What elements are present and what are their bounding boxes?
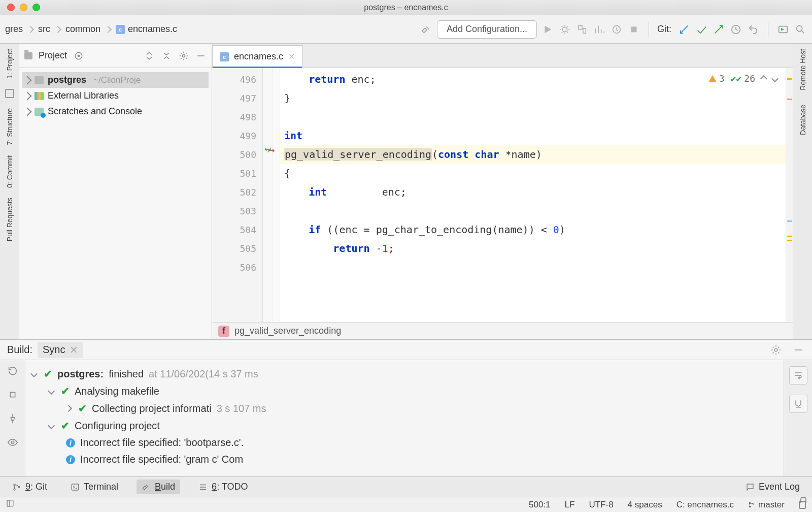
- warning-icon: [708, 75, 717, 82]
- breadcrumb-item[interactable]: gres: [5, 24, 23, 35]
- git-label: Git:: [657, 24, 671, 35]
- warnings-badge[interactable]: 3: [708, 73, 725, 84]
- coverage-icon[interactable]: [576, 23, 589, 36]
- breadcrumb-item[interactable]: common: [65, 24, 100, 35]
- svg-rect-10: [10, 392, 15, 397]
- status-context[interactable]: C: encnames.c: [676, 500, 734, 510]
- vcs-update-icon[interactable]: [678, 23, 691, 36]
- hide-panel-icon[interactable]: [195, 50, 207, 61]
- status-quick-access-icon[interactable]: [6, 499, 14, 510]
- settings-gear-icon[interactable]: [178, 50, 189, 61]
- build-output-tree[interactable]: ✔ postgres: finished at 11/06/202(14 s 3…: [25, 360, 784, 476]
- chevron-right-icon[interactable]: [23, 91, 32, 100]
- svg-point-9: [774, 348, 777, 351]
- tool-window-button-todo[interactable]: 6: TODO: [193, 479, 253, 494]
- warning-marker[interactable]: [787, 78, 792, 80]
- close-tab-icon[interactable]: ✕: [288, 52, 295, 61]
- status-line-separator[interactable]: LF: [565, 500, 575, 510]
- weak-warnings-badge[interactable]: ✔✔26: [731, 73, 755, 84]
- vcs-rollback-icon[interactable]: [747, 23, 760, 36]
- chevron-right-icon[interactable]: [23, 107, 32, 116]
- chevron-right-icon[interactable]: [23, 76, 32, 84]
- build-tree-row[interactable]: ✔ Collecting project informati 3 s 107 m…: [29, 400, 780, 417]
- event-log-button[interactable]: Event Log: [740, 479, 805, 494]
- folder-icon: [24, 52, 32, 59]
- build-tree-row[interactable]: ✔ postgres: finished at 11/06/202(14 s 3…: [29, 365, 780, 382]
- editor-tabs: encnames.c ✕: [212, 44, 793, 68]
- tool-window-button-pull-requests[interactable]: Pull Requests: [6, 198, 14, 241]
- search-everywhere-icon[interactable]: [794, 23, 807, 36]
- stop-icon[interactable]: [627, 23, 640, 36]
- soft-wrap-button[interactable]: [789, 366, 807, 385]
- build-tree-row[interactable]: ✔ Analysing makefile: [29, 382, 780, 400]
- vcs-commit-icon[interactable]: [695, 23, 708, 36]
- tool-window-button-build[interactable]: Build: [137, 479, 180, 494]
- svg-rect-17: [7, 500, 10, 506]
- expand-all-icon[interactable]: [144, 50, 155, 61]
- attach-icon[interactable]: [610, 23, 623, 36]
- vcs-push-icon[interactable]: [712, 23, 725, 36]
- select-opened-file-icon[interactable]: [73, 50, 84, 61]
- tree-node-scratches[interactable]: Scratches and Console: [22, 104, 209, 119]
- tool-window-button-terminal[interactable]: Terminal: [65, 479, 123, 494]
- tool-window-button-commit[interactable]: 0: Commit: [6, 155, 14, 188]
- readonly-lock-icon[interactable]: [799, 501, 806, 509]
- pin-icon[interactable]: [7, 413, 18, 426]
- chevron-right-icon: [27, 25, 34, 33]
- project-tree[interactable]: postgres ~/ClionProje External Libraries…: [19, 68, 212, 123]
- run-icon[interactable]: [541, 23, 554, 36]
- settings-gear-icon[interactable]: [769, 343, 783, 357]
- profile-icon[interactable]: [593, 23, 606, 36]
- debug-icon[interactable]: [558, 23, 571, 36]
- breadcrumb-function[interactable]: pg_valid_server_encoding: [234, 326, 341, 336]
- tree-node-external-libs[interactable]: External Libraries: [22, 88, 209, 104]
- build-hammer-icon[interactable]: [420, 23, 433, 36]
- breadcrumb-item[interactable]: encnames.c: [116, 24, 177, 35]
- info-marker[interactable]: [787, 220, 792, 222]
- svg-point-20: [753, 503, 754, 504]
- run-anything-icon[interactable]: [776, 23, 790, 36]
- close-icon[interactable]: ✕: [70, 344, 78, 356]
- inspection-widget[interactable]: 3 ✔✔26: [708, 73, 777, 84]
- rerun-icon[interactable]: [7, 365, 18, 378]
- code-editor[interactable]: 3 ✔✔26 return enc;}intpg_valid_server_en…: [280, 68, 786, 322]
- stop-icon[interactable]: [7, 389, 18, 402]
- tool-window-button-remote-host[interactable]: Remote Host: [799, 49, 807, 90]
- breadcrumb-item[interactable]: src: [38, 24, 50, 35]
- tool-window-button-structure[interactable]: 7: Structure: [6, 108, 14, 145]
- status-indent[interactable]: 4 spaces: [628, 500, 662, 510]
- warning-marker[interactable]: [787, 99, 792, 100]
- scroll-to-end-button[interactable]: [789, 395, 807, 413]
- tree-node-root[interactable]: postgres ~/ClionProje: [22, 72, 209, 88]
- status-caret-position[interactable]: 500:1: [529, 500, 551, 510]
- window-title: postgres – encnames.c: [0, 3, 812, 12]
- warning-marker[interactable]: [787, 240, 792, 241]
- hide-panel-icon[interactable]: [792, 343, 805, 357]
- editor-tab[interactable]: encnames.c ✕: [212, 45, 302, 68]
- collapse-all-icon[interactable]: [161, 50, 172, 61]
- main-toolbar: gres src common encnames.c Add Configura…: [0, 15, 812, 44]
- tool-window-button-project[interactable]: 1: Project: [6, 49, 14, 79]
- folder-icon: [35, 76, 44, 84]
- build-tree-row[interactable]: ✔ Configuring project: [29, 417, 780, 434]
- tool-window-button-database[interactable]: Database: [799, 105, 807, 135]
- warning-marker[interactable]: [787, 236, 792, 237]
- status-git-branch[interactable]: master: [748, 500, 785, 510]
- library-icon: [35, 92, 44, 100]
- tool-window-button-git[interactable]: 9: Git: [7, 479, 52, 494]
- build-sync-tab[interactable]: Sync ✕: [38, 342, 83, 358]
- fold-strip[interactable]: [273, 68, 280, 322]
- vcs-history-icon[interactable]: [729, 23, 742, 36]
- build-tree-row[interactable]: i Incorrect file specified: 'gram c' Com: [29, 451, 780, 468]
- eye-icon[interactable]: [7, 437, 18, 450]
- line-number-gutter[interactable]: 496497498499500501502503504505506: [212, 68, 263, 322]
- error-stripe[interactable]: [786, 68, 793, 322]
- status-encoding[interactable]: UTF-8: [589, 500, 613, 510]
- svg-point-12: [14, 484, 15, 486]
- build-tree-row[interactable]: i Incorrect file specified: 'bootparse.c…: [29, 434, 780, 451]
- prev-highlight-icon[interactable]: [760, 75, 767, 82]
- svg-point-19: [749, 506, 750, 507]
- next-highlight-icon[interactable]: [771, 75, 779, 82]
- run-configuration-selector[interactable]: Add Configuration...: [437, 20, 537, 39]
- editor-area: encnames.c ✕ 496497498499500501502503504…: [212, 44, 793, 339]
